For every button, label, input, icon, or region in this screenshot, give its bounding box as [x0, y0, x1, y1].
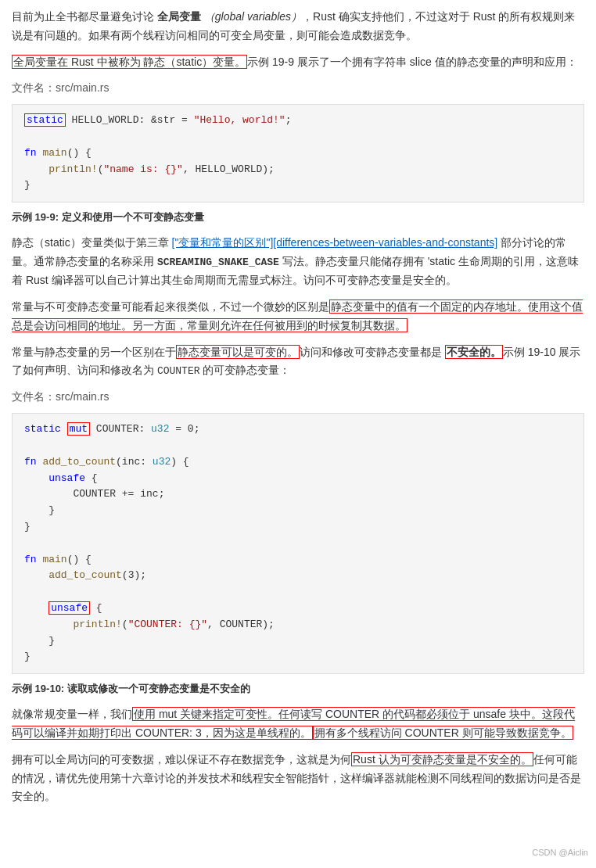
para1-en: （global variables）: [204, 10, 302, 23]
para5-unsafe-label: 不安全的。: [445, 345, 503, 359]
code-block-1: static HELLO_WORLD: &str = "Hello, world…: [12, 104, 584, 203]
page-content: 目前为止全书都尽量避免讨论 全局变量 （global variables），Ru…: [12, 8, 584, 806]
para2-rest: 示例 19-9 展示了一个拥有字符串 slice 值的静态变量的声明和应用：: [247, 56, 577, 68]
code-block-2: static mut COUNTER: u32 = 0; fn add_to_c…: [12, 413, 584, 674]
screaming-snake: SCREAMING_SNAKE_CASE: [157, 256, 279, 268]
para5-box1: 静态变量可以是可变的。: [176, 345, 300, 359]
para2: 全局变量在 Rust 中被称为 静态（static）变量。示例 19-9 展示了…: [12, 53, 584, 72]
caption2: 示例 19-10: 读取或修改一个可变静态变量是不安全的: [12, 680, 584, 698]
caption1: 示例 19-9: 定义和使用一个不可变静态变量: [12, 209, 584, 226]
para6-box2: 拥有多个线程访问 COUNTER 则可能导致数据竞争。: [313, 726, 573, 740]
para3-link[interactable]: ["变量和常量的区别"][differences-between-variabl…: [172, 236, 498, 249]
para4: 常量与不可变静态变量可能看起来很类似，不过一个微妙的区别是静态变量中的值有一个固…: [12, 298, 584, 335]
para5: 常量与静态变量的另一个区别在于静态变量可以是可变的。访问和修改可变静态变量都是 …: [12, 343, 584, 381]
para7-box: Rust 认为可变静态变量是不安全的。: [351, 752, 533, 766]
para1-text: 目前为止全书都尽量避免讨论: [12, 10, 157, 23]
filename2: 文件名：src/main.rs: [12, 388, 584, 407]
para1-keyword: 全局变量: [157, 10, 201, 23]
para6: 就像常规变量一样，我们使用 mut 关键来指定可变性。任何读写 COUNTER …: [12, 705, 584, 743]
para4-box: 静态变量中的值有一个固定的内存地址。使用这个值总是会访问相同的地址。另一方面，常…: [12, 299, 583, 332]
static-highlight-box: 全局变量在 Rust 中被称为 静态（static）变量。: [12, 55, 247, 69]
para3: 静态（static）变量类似于第三章 ["变量和常量的区别"][differen…: [12, 234, 584, 290]
filename1: 文件名：src/main.rs: [12, 79, 584, 98]
counter-ref: COUNTER: [157, 365, 200, 377]
para7: 拥有可以全局访问的可变数据，难以保证不存在数据竞争，这就是为何Rust 认为可变…: [12, 751, 584, 806]
intro-paragraph: 目前为止全书都尽量避免讨论 全局变量 （global variables），Ru…: [12, 8, 584, 45]
